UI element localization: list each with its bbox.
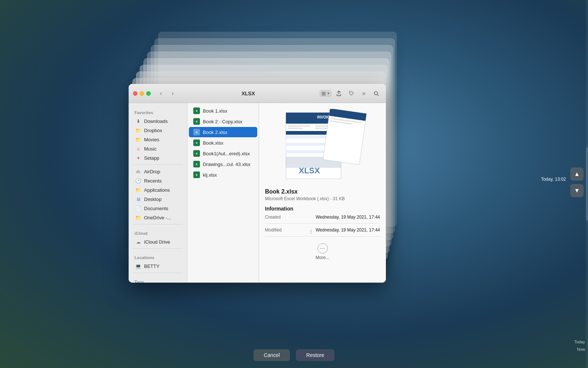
scrollbar-thumb[interactable] (586, 147, 588, 221)
file-item-drawings[interactable]: X Drawings...cul. 43.xlsx (189, 159, 257, 169)
preview-image-container: INVOICE XLSX (265, 109, 380, 183)
sidebar-item-airdrop[interactable]: AirDrop (131, 167, 185, 176)
airdrop-label: AirDrop (144, 169, 160, 174)
dropbox-icon: 📁 (135, 127, 141, 133)
grid-icon: ⊞ (322, 91, 326, 96)
modified-label: Modified (265, 227, 282, 233)
file-name: klj.xlsx (203, 172, 217, 178)
music-label: Music (144, 146, 157, 152)
preview-file-type: Microsoft Excel Workbook (.xlsx) - 31 KB (265, 196, 380, 201)
scroll-down-icon: ▼ (570, 184, 584, 197)
sidebar-item-dropbox[interactable]: 📁 Dropbox (131, 126, 185, 135)
betty-label: BETTY (144, 263, 159, 269)
notification-down-button[interactable]: ▼ (570, 184, 584, 197)
modified-row: Modified Wednesday, 19 May 2021, 17:44 (265, 227, 380, 233)
sidebar-item-onedrive[interactable]: 📁 OneDrive -... (131, 213, 185, 222)
cancel-button[interactable]: Cancel (254, 349, 290, 361)
sidebar-item-downloads[interactable]: ⬇ Downloads (131, 117, 185, 125)
traffic-lights (133, 91, 151, 96)
view-chevron-icon: ▾ (327, 91, 329, 95)
file-name: Book1(Aut...ered).xlsx (203, 151, 250, 156)
sidebar-item-desktop[interactable]: 🖥 Desktop (131, 195, 185, 204)
svg-line-2 (377, 94, 379, 96)
notification-time: Today, 13:02 (541, 177, 566, 182)
onedrive-icon: 📁 (135, 215, 141, 220)
xlsx-icon: X (193, 118, 200, 125)
close-button[interactable] (133, 91, 137, 96)
sidebar-item-icloud-drive[interactable]: ☁ iCloud Drive (131, 237, 185, 246)
file-item-book2-copy[interactable]: X Book 2 - Copy.xlsx (189, 116, 257, 127)
created-row: Created Wednesday, 19 May 2021, 17:44 (265, 215, 380, 220)
back-button[interactable]: ‹ (157, 89, 165, 98)
downloads-label: Downloads (144, 118, 168, 124)
now-label: Now (574, 346, 585, 353)
toolbar: ‹ › XLSX ⊞ ▾ » (129, 84, 386, 103)
view-selector[interactable]: ⊞ ▾ (319, 90, 331, 97)
file-name-selected: Book 2.xlsx (203, 130, 227, 135)
movies-icon: 📁 (135, 137, 141, 142)
content-area: Favorites ⬇ Downloads 📁 Dropbox 📁 Movies… (129, 103, 386, 283)
recents-icon: 🕐 (135, 178, 141, 184)
documents-label: Documents (144, 206, 168, 211)
search-button[interactable] (371, 88, 381, 99)
sidebar-item-movies[interactable]: 📁 Movies (131, 135, 185, 144)
svg-rect-9 (288, 125, 310, 127)
sidebar-item-betty[interactable]: 💻 BETTY (131, 262, 185, 270)
resize-handle[interactable] (310, 228, 312, 236)
icloud-drive-label: iCloud Drive (144, 239, 170, 245)
forward-button[interactable]: › (168, 89, 177, 98)
notification-up-button[interactable]: ▲ (570, 167, 584, 181)
documents-icon: 📄 (135, 205, 141, 211)
recents-label: Recents (144, 178, 162, 184)
music-icon: ♫ (135, 146, 141, 152)
sidebar-item-applications[interactable]: 📁 Applications (131, 185, 185, 194)
preview-panel: INVOICE XLSX (259, 103, 386, 283)
button-bar: Cancel Restore (0, 342, 588, 368)
sidebar-item-documents[interactable]: 📄 Documents (131, 204, 185, 213)
favorites-section-label: Favorites (129, 106, 187, 116)
more-icon: ··· (318, 243, 328, 254)
icloud-section-label: iCloud (129, 227, 187, 237)
modified-value: Wednesday, 19 May 2021, 17:44 (316, 227, 380, 233)
svg-rect-10 (288, 128, 302, 129)
file-item-klj[interactable]: X klj.xlsx (189, 170, 257, 180)
maximize-button[interactable] (146, 91, 151, 96)
sidebar-item-recents[interactable]: 🕐 Recents (131, 176, 185, 185)
preview-svg: INVOICE XLSX (279, 109, 367, 183)
file-item-book[interactable]: X Book.xlsx (189, 138, 257, 148)
applications-icon: 📁 (135, 187, 141, 193)
setapp-icon: ✦ (135, 155, 141, 161)
preview-file-name: Book 2.xlsx (265, 188, 380, 195)
more-button[interactable]: ··· More... (265, 240, 380, 263)
icloud-drive-icon: ☁ (135, 239, 141, 245)
timeline-labels: Today Now (574, 339, 585, 353)
window-title: XLSX (180, 91, 316, 96)
minimize-button[interactable] (140, 91, 144, 96)
locations-divider (133, 248, 183, 249)
file-name: Book 2 - Copy.xlsx (203, 119, 242, 124)
tag-button[interactable] (346, 88, 356, 99)
more-actions-button[interactable]: » (359, 88, 369, 99)
dropbox-label: Dropbox (144, 128, 162, 133)
sidebar-item-music[interactable]: ♫ Music (131, 144, 185, 153)
share-button[interactable] (334, 88, 344, 99)
created-label: Created (265, 215, 281, 220)
svg-text:XLSX: XLSX (299, 166, 320, 175)
xlsx-icon: X (193, 139, 200, 146)
svg-point-0 (350, 92, 351, 93)
applications-label: Applications (144, 187, 170, 193)
file-item-book1-auto[interactable]: X Book1(Aut...ered).xlsx (189, 148, 257, 159)
tags-section-label: Tags (129, 275, 187, 283)
file-name: Drawings...cul. 43.xlsx (203, 162, 250, 167)
restore-button[interactable]: Restore (296, 349, 334, 361)
file-name: Book.xlsx (203, 140, 223, 146)
tags-divider (133, 273, 183, 273)
file-item-book2[interactable]: X Book 2.xlsx (189, 127, 257, 137)
xlsx-icon: X (193, 107, 200, 114)
sidebar-item-setapp[interactable]: ✦ Setapp (131, 153, 185, 162)
scroll-up-icon: ▲ (570, 167, 584, 181)
xlsx-icon: X (193, 150, 200, 157)
file-item-book1[interactable]: X Book 1.xlsx (189, 106, 257, 116)
onedrive-label: OneDrive -... (144, 215, 171, 220)
finder-window: ‹ › XLSX ⊞ ▾ » (129, 84, 386, 283)
